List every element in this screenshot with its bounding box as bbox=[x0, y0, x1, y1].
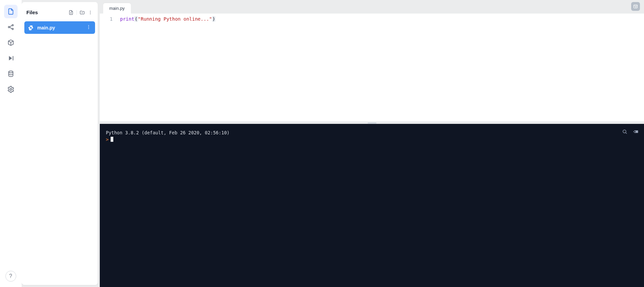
python-icon bbox=[28, 25, 34, 31]
main-column: main.py 1 print("Running Python online..… bbox=[100, 0, 644, 287]
code-token-fn: print bbox=[120, 16, 134, 22]
code-token-quote: " bbox=[138, 16, 141, 22]
console-toolbar bbox=[622, 129, 639, 135]
files-panel: Files main.py bbox=[22, 2, 98, 285]
code-token-string: Running Python online... bbox=[141, 16, 209, 22]
svg-point-2 bbox=[12, 28, 13, 29]
svg-point-11 bbox=[88, 28, 89, 29]
svg-point-1 bbox=[12, 24, 13, 26]
editor-tab[interactable]: main.py bbox=[103, 3, 131, 14]
more-icon[interactable] bbox=[88, 10, 93, 15]
divider bbox=[76, 10, 77, 15]
console[interactable]: Python 3.8.2 (default, Feb 26 2020, 02:5… bbox=[100, 124, 644, 287]
database-icon[interactable] bbox=[4, 67, 18, 81]
run-icon[interactable] bbox=[4, 51, 18, 65]
clear-icon[interactable] bbox=[632, 129, 639, 135]
svg-point-7 bbox=[90, 12, 91, 13]
packages-icon[interactable] bbox=[4, 36, 18, 49]
code-editor[interactable]: 1 print("Running Python online...") bbox=[100, 14, 644, 122]
line-number: 1 bbox=[100, 16, 113, 22]
share-icon[interactable] bbox=[4, 20, 18, 34]
code-token-paren: ( bbox=[134, 16, 138, 22]
svg-point-9 bbox=[88, 25, 89, 26]
svg-point-8 bbox=[90, 13, 91, 14]
line-gutter: 1 bbox=[100, 14, 116, 122]
svg-point-10 bbox=[88, 27, 89, 27]
icon-rail: ? bbox=[0, 0, 22, 287]
panel-layout-icon[interactable] bbox=[631, 2, 640, 11]
svg-point-4 bbox=[8, 71, 13, 73]
settings-icon[interactable] bbox=[4, 83, 18, 96]
code-area[interactable]: print("Running Python online...") bbox=[116, 14, 644, 122]
new-file-icon[interactable] bbox=[68, 10, 74, 15]
svg-point-5 bbox=[10, 88, 12, 90]
svg-point-0 bbox=[8, 26, 9, 28]
svg-point-13 bbox=[623, 130, 626, 133]
console-prompt: > bbox=[106, 137, 109, 142]
search-icon[interactable] bbox=[622, 129, 628, 135]
svg-rect-3 bbox=[13, 56, 13, 61]
code-token-paren: ) bbox=[212, 16, 215, 22]
console-prompt-line[interactable]: > bbox=[106, 136, 638, 143]
svg-point-6 bbox=[90, 10, 91, 11]
console-cursor bbox=[111, 137, 113, 142]
file-item-label: main.py bbox=[37, 25, 55, 30]
code-token-quote: " bbox=[209, 16, 212, 22]
console-banner: Python 3.8.2 (default, Feb 26 2020, 02:5… bbox=[106, 129, 638, 136]
files-panel-actions bbox=[68, 10, 93, 15]
file-item[interactable]: main.py bbox=[24, 21, 95, 34]
files-panel-title: Files bbox=[26, 9, 38, 15]
file-item-more-icon[interactable] bbox=[86, 24, 92, 31]
files-icon[interactable] bbox=[4, 5, 18, 18]
new-folder-icon[interactable] bbox=[79, 10, 85, 15]
editor-tab-bar: main.py bbox=[100, 0, 644, 14]
files-panel-header: Files bbox=[24, 5, 95, 21]
help-button[interactable]: ? bbox=[5, 271, 16, 282]
